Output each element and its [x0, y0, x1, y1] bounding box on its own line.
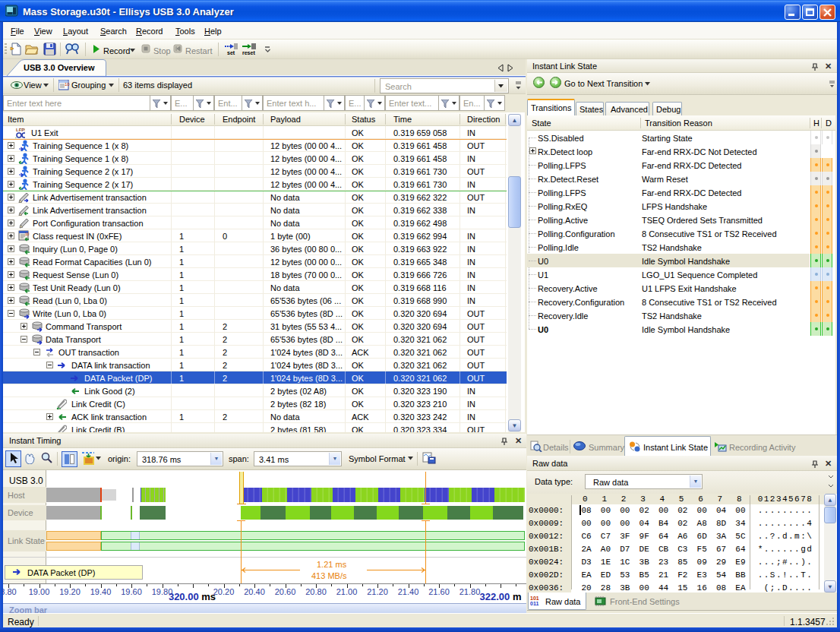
svg-text:LFPS: LFPS	[16, 128, 25, 132]
svg-text:10: 10	[25, 232, 30, 236]
svg-text:10: 10	[65, 82, 70, 87]
svg-text:set: set	[227, 50, 235, 55]
svg-text:reset: reset	[242, 50, 255, 55]
